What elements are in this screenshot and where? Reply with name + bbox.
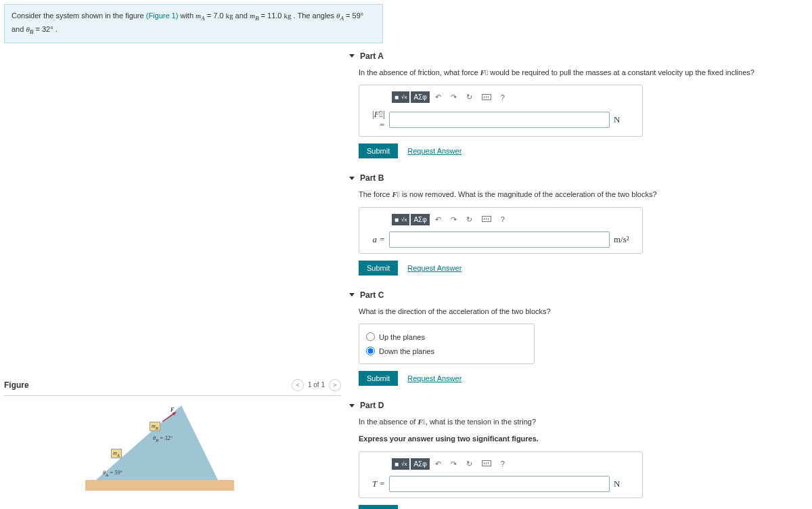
option-down[interactable]: Down the planes <box>366 344 527 358</box>
part-d-input[interactable] <box>389 476 610 492</box>
unit-label: m/s² <box>614 234 637 245</box>
part-d: Part D In the absence of F⃗, what is the… <box>349 401 801 509</box>
keyboard-icon[interactable] <box>478 213 495 225</box>
part-a-answer-box: ■√x ΑΣφ ↶ ↷ ↻ ? |F⃗| = N <box>359 85 643 137</box>
part-d-answer-box: ■√x ΑΣφ ↶ ↷ ↻ ? T = N <box>359 451 643 498</box>
figure-pager: < 1 of 1 > <box>292 379 341 391</box>
problem-statement: Consider the system shown in the figure … <box>4 4 383 43</box>
formula-toolbar: ■√x ΑΣφ ↶ ↷ ↻ ? <box>392 458 637 470</box>
help-icon[interactable]: ? <box>497 458 509 470</box>
part-a-submit-button[interactable]: Submit <box>359 143 398 158</box>
keyboard-icon[interactable] <box>478 91 495 104</box>
part-b-answer-box: ■√x ΑΣφ ↶ ↷ ↻ ? a = m/s² <box>359 207 643 254</box>
part-d-header[interactable]: Part D <box>349 401 801 410</box>
radio-up[interactable] <box>366 332 375 341</box>
prev-figure-button[interactable]: < <box>292 379 304 391</box>
caret-icon <box>349 293 355 296</box>
figure-section: Figure < 1 of 1 > θA = 59° θB = 32° mA m… <box>4 376 341 491</box>
txt: Consider the system shown in the figure <box>12 12 146 20</box>
undo-icon[interactable]: ↶ <box>431 213 445 226</box>
force-arrow-icon <box>161 410 181 423</box>
greek-tool[interactable]: ΑΣφ <box>411 91 429 103</box>
part-a-request-answer-link[interactable]: Request Answer <box>407 147 461 155</box>
radio-down[interactable] <box>366 347 375 355</box>
part-a-input[interactable] <box>389 112 610 128</box>
formula-toolbar: ■√x ΑΣφ ↶ ↷ ↻ ? <box>392 91 637 104</box>
part-b-request-answer-link[interactable]: Request Answer <box>407 264 461 272</box>
part-b: Part B The force F⃗ is now removed. What… <box>349 173 801 275</box>
part-a-header[interactable]: Part A <box>349 51 801 61</box>
option-up[interactable]: Up the planes <box>366 330 527 344</box>
part-d-prompt: In the absence of F⃗, what is the tensio… <box>359 417 801 427</box>
variable-label: |F⃗| = <box>365 109 385 131</box>
unit-label: N <box>614 479 637 489</box>
greek-tool[interactable]: ΑΣφ <box>411 214 429 225</box>
template-tool[interactable]: ■√x <box>392 91 409 103</box>
part-b-prompt: The force F⃗ is now removed. What is the… <box>359 190 801 200</box>
figure-title: Figure <box>4 380 29 390</box>
help-icon[interactable]: ? <box>497 213 509 225</box>
reset-icon[interactable]: ↻ <box>462 458 476 470</box>
part-c-options: Up the planes Down the planes <box>359 324 535 364</box>
formula-toolbar: ■√x ΑΣφ ↶ ↷ ↻ ? <box>392 213 637 226</box>
caret-icon <box>349 54 355 58</box>
variable-label: a = <box>365 234 385 245</box>
undo-icon[interactable]: ↶ <box>431 91 445 104</box>
unit-label: N <box>614 114 637 125</box>
part-d-submit-button[interactable]: Submit <box>359 505 398 509</box>
part-a: Part A In the absence of friction, what … <box>349 51 801 158</box>
part-b-submit-button[interactable]: Submit <box>359 261 398 275</box>
part-c-submit-button[interactable]: Submit <box>359 371 398 386</box>
redo-icon[interactable]: ↷ <box>447 91 461 104</box>
variable-label: T = <box>365 479 385 489</box>
pager-text: 1 of 1 <box>308 381 325 389</box>
redo-icon[interactable]: ↷ <box>447 213 461 226</box>
figure-link[interactable]: (Figure 1) <box>146 12 179 20</box>
next-figure-button[interactable]: > <box>329 379 341 391</box>
part-c-prompt: What is the direction of the acceleratio… <box>359 307 801 317</box>
caret-icon <box>349 177 355 180</box>
caret-icon <box>349 404 355 407</box>
part-c: Part C What is the direction of the acce… <box>349 290 801 386</box>
part-b-header[interactable]: Part B <box>349 173 801 183</box>
figure-image: θA = 59° θB = 32° mA mB F <box>85 403 234 491</box>
part-c-header[interactable]: Part C <box>349 290 801 300</box>
template-tool[interactable]: ■√x <box>392 458 409 470</box>
reset-icon[interactable]: ↻ <box>462 91 476 104</box>
part-d-express: Express your answer using two significan… <box>359 434 801 444</box>
greek-tool[interactable]: ΑΣφ <box>411 458 429 470</box>
help-icon[interactable]: ? <box>497 91 509 104</box>
undo-icon[interactable]: ↶ <box>431 458 445 470</box>
redo-icon[interactable]: ↷ <box>447 458 461 470</box>
svg-marker-1 <box>173 412 176 416</box>
keyboard-icon[interactable] <box>478 458 495 470</box>
part-c-request-answer-link[interactable]: Request Answer <box>407 374 461 382</box>
part-b-input[interactable] <box>389 231 610 248</box>
template-tool[interactable]: ■√x <box>392 214 409 225</box>
part-a-prompt: In the absence of friction, what force F… <box>359 68 801 78</box>
reset-icon[interactable]: ↻ <box>462 213 476 226</box>
